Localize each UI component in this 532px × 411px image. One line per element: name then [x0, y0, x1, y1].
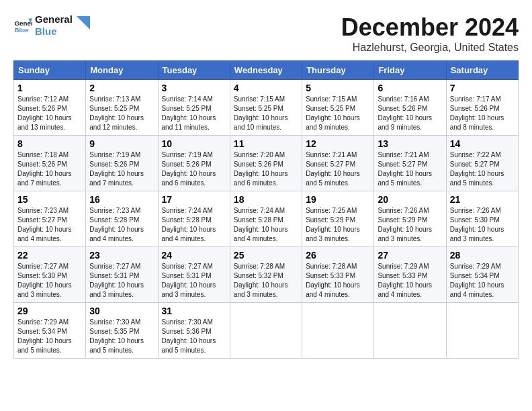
- day-info: Sunrise: 7:30 AMSunset: 5:36 PMDaylight:…: [162, 318, 216, 354]
- day-number: 28: [450, 250, 515, 261]
- week-row-5: 29 Sunrise: 7:29 AMSunset: 5:34 PMDaylig…: [14, 303, 519, 359]
- col-friday: Friday: [374, 61, 446, 80]
- col-saturday: Saturday: [446, 61, 518, 80]
- calendar-cell: 4 Sunrise: 7:15 AMSunset: 5:25 PMDayligh…: [230, 80, 302, 136]
- day-info: Sunrise: 7:28 AMSunset: 5:32 PMDaylight:…: [234, 263, 288, 298]
- day-number: 8: [17, 138, 82, 149]
- week-row-4: 22 Sunrise: 7:27 AMSunset: 5:30 PMDaylig…: [14, 247, 519, 303]
- day-info: Sunrise: 7:18 AMSunset: 5:26 PMDaylight:…: [17, 151, 72, 187]
- day-info: Sunrise: 7:15 AMSunset: 5:25 PMDaylight:…: [234, 95, 288, 131]
- svg-marker-3: [77, 16, 90, 30]
- day-info: Sunrise: 7:24 AMSunset: 5:28 PMDaylight:…: [234, 207, 288, 242]
- calendar-cell: 3 Sunrise: 7:14 AMSunset: 5:25 PMDayligh…: [158, 80, 230, 136]
- calendar-cell: 31 Sunrise: 7:30 AMSunset: 5:36 PMDaylig…: [158, 303, 230, 359]
- day-info: Sunrise: 7:30 AMSunset: 5:35 PMDaylight:…: [89, 318, 144, 354]
- calendar-cell: 1 Sunrise: 7:12 AMSunset: 5:26 PMDayligh…: [14, 80, 86, 136]
- col-sunday: Sunday: [14, 61, 86, 80]
- day-number: 1: [17, 83, 82, 93]
- calendar-cell: 16 Sunrise: 7:23 AMSunset: 5:28 PMDaylig…: [86, 191, 158, 247]
- calendar-cell: 9 Sunrise: 7:19 AMSunset: 5:26 PMDayligh…: [86, 136, 158, 191]
- col-tuesday: Tuesday: [158, 61, 230, 80]
- calendar-cell: 27 Sunrise: 7:29 AMSunset: 5:33 PMDaylig…: [374, 247, 446, 303]
- day-number: 7: [450, 83, 515, 93]
- logo: General Blue General Blue: [13, 13, 90, 38]
- calendar-cell: 17 Sunrise: 7:24 AMSunset: 5:28 PMDaylig…: [158, 191, 230, 247]
- calendar-cell: 22 Sunrise: 7:27 AMSunset: 5:30 PMDaylig…: [14, 247, 86, 303]
- calendar-cell: 8 Sunrise: 7:18 AMSunset: 5:26 PMDayligh…: [14, 136, 86, 191]
- day-info: Sunrise: 7:29 AMSunset: 5:34 PMDaylight:…: [17, 318, 72, 354]
- calendar-cell: 5 Sunrise: 7:15 AMSunset: 5:25 PMDayligh…: [302, 80, 374, 136]
- day-info: Sunrise: 7:26 AMSunset: 5:30 PMDaylight:…: [450, 207, 504, 242]
- calendar-cell: 24 Sunrise: 7:27 AMSunset: 5:31 PMDaylig…: [158, 247, 230, 303]
- day-number: 31: [162, 306, 226, 316]
- day-info: Sunrise: 7:27 AMSunset: 5:31 PMDaylight:…: [89, 263, 144, 298]
- calendar-cell: 26 Sunrise: 7:28 AMSunset: 5:33 PMDaylig…: [302, 247, 374, 303]
- calendar-cell: [374, 303, 446, 359]
- calendar-cell: 21 Sunrise: 7:26 AMSunset: 5:30 PMDaylig…: [446, 191, 518, 247]
- day-number: 3: [162, 83, 226, 93]
- col-monday: Monday: [86, 61, 158, 80]
- calendar-cell: 30 Sunrise: 7:30 AMSunset: 5:35 PMDaylig…: [86, 303, 158, 359]
- calendar-cell: 14 Sunrise: 7:22 AMSunset: 5:27 PMDaylig…: [446, 136, 518, 191]
- day-number: 2: [89, 83, 154, 93]
- day-number: 5: [306, 83, 370, 93]
- logo-arrow-icon: [77, 16, 90, 30]
- day-number: 16: [89, 194, 154, 205]
- day-number: 9: [89, 138, 154, 149]
- day-number: 11: [234, 138, 298, 149]
- day-info: Sunrise: 7:29 AMSunset: 5:34 PMDaylight:…: [450, 263, 504, 298]
- day-number: 21: [450, 194, 515, 205]
- day-info: Sunrise: 7:19 AMSunset: 5:26 PMDaylight:…: [162, 151, 216, 187]
- day-info: Sunrise: 7:22 AMSunset: 5:27 PMDaylight:…: [450, 151, 504, 187]
- day-number: 12: [306, 138, 370, 149]
- header-row: Sunday Monday Tuesday Wednesday Thursday…: [14, 61, 519, 80]
- day-info: Sunrise: 7:24 AMSunset: 5:28 PMDaylight:…: [162, 207, 216, 242]
- day-number: 17: [162, 194, 226, 205]
- svg-text:Blue: Blue: [14, 26, 29, 34]
- calendar-cell: 15 Sunrise: 7:23 AMSunset: 5:27 PMDaylig…: [14, 191, 86, 247]
- calendar-cell: [230, 303, 302, 359]
- day-info: Sunrise: 7:23 AMSunset: 5:27 PMDaylight:…: [17, 207, 72, 242]
- day-info: Sunrise: 7:12 AMSunset: 5:26 PMDaylight:…: [17, 95, 72, 131]
- calendar-cell: 28 Sunrise: 7:29 AMSunset: 5:34 PMDaylig…: [446, 247, 518, 303]
- week-row-2: 8 Sunrise: 7:18 AMSunset: 5:26 PMDayligh…: [14, 136, 519, 191]
- day-info: Sunrise: 7:21 AMSunset: 5:27 PMDaylight:…: [306, 151, 360, 187]
- day-info: Sunrise: 7:14 AMSunset: 5:25 PMDaylight:…: [162, 95, 216, 131]
- day-number: 27: [378, 250, 442, 261]
- day-number: 6: [378, 83, 442, 93]
- calendar-cell: 12 Sunrise: 7:21 AMSunset: 5:27 PMDaylig…: [302, 136, 374, 191]
- day-number: 20: [378, 194, 442, 205]
- day-info: Sunrise: 7:13 AMSunset: 5:25 PMDaylight:…: [89, 95, 144, 131]
- col-wednesday: Wednesday: [230, 61, 302, 80]
- day-number: 23: [89, 250, 154, 261]
- calendar-cell: 2 Sunrise: 7:13 AMSunset: 5:25 PMDayligh…: [86, 80, 158, 136]
- title-section: December 2024 Hazlehurst, Georgia, Unite…: [341, 13, 519, 54]
- calendar-cell: 23 Sunrise: 7:27 AMSunset: 5:31 PMDaylig…: [86, 247, 158, 303]
- calendar-cell: [302, 303, 374, 359]
- day-number: 25: [234, 250, 298, 261]
- calendar-cell: 7 Sunrise: 7:17 AMSunset: 5:26 PMDayligh…: [446, 80, 518, 136]
- day-number: 4: [234, 83, 298, 93]
- day-info: Sunrise: 7:26 AMSunset: 5:29 PMDaylight:…: [378, 207, 432, 242]
- day-number: 30: [89, 306, 154, 316]
- day-info: Sunrise: 7:29 AMSunset: 5:33 PMDaylight:…: [378, 263, 432, 298]
- month-title: December 2024: [341, 13, 519, 42]
- day-number: 24: [162, 250, 226, 261]
- calendar-cell: 13 Sunrise: 7:21 AMSunset: 5:27 PMDaylig…: [374, 136, 446, 191]
- calendar-cell: 25 Sunrise: 7:28 AMSunset: 5:32 PMDaylig…: [230, 247, 302, 303]
- day-number: 15: [17, 194, 82, 205]
- day-info: Sunrise: 7:17 AMSunset: 5:26 PMDaylight:…: [450, 95, 504, 131]
- calendar-cell: [446, 303, 518, 359]
- week-row-3: 15 Sunrise: 7:23 AMSunset: 5:27 PMDaylig…: [14, 191, 519, 247]
- day-info: Sunrise: 7:21 AMSunset: 5:27 PMDaylight:…: [378, 151, 432, 187]
- logo-icon: General Blue: [13, 16, 32, 35]
- col-thursday: Thursday: [302, 61, 374, 80]
- day-number: 22: [17, 250, 82, 261]
- day-info: Sunrise: 7:16 AMSunset: 5:26 PMDaylight:…: [378, 95, 432, 131]
- day-number: 14: [450, 138, 515, 149]
- calendar-cell: 18 Sunrise: 7:24 AMSunset: 5:28 PMDaylig…: [230, 191, 302, 247]
- calendar-cell: 6 Sunrise: 7:16 AMSunset: 5:26 PMDayligh…: [374, 80, 446, 136]
- calendar-cell: 11 Sunrise: 7:20 AMSunset: 5:26 PMDaylig…: [230, 136, 302, 191]
- week-row-1: 1 Sunrise: 7:12 AMSunset: 5:26 PMDayligh…: [14, 80, 519, 136]
- day-number: 18: [234, 194, 298, 205]
